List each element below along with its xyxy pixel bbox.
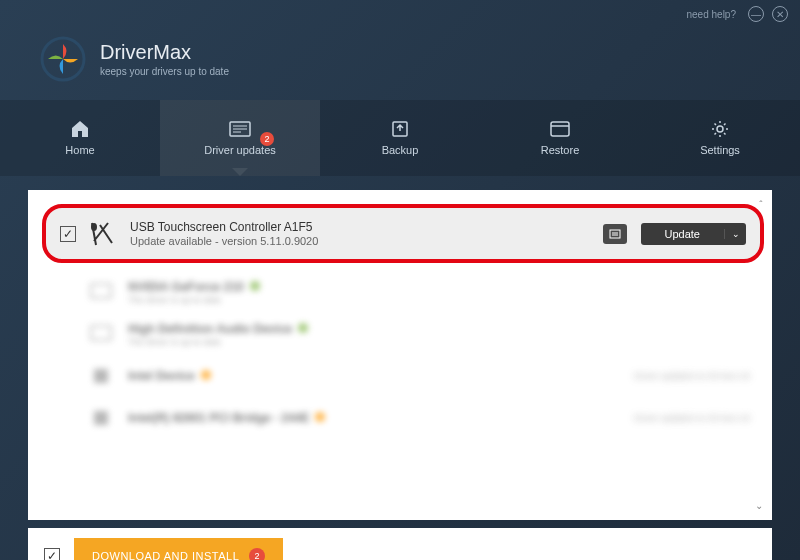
driver-row-blurred: Intel Device Driver updated on 03-Nov-16 bbox=[42, 355, 764, 397]
restore-icon bbox=[549, 120, 571, 138]
titlebar: need help? — ✕ bbox=[0, 0, 800, 28]
close-button[interactable]: ✕ bbox=[772, 6, 788, 22]
touchscreen-icon bbox=[86, 221, 120, 247]
scroll-up-icon[interactable]: ˆ bbox=[756, 200, 766, 210]
driver-row-blurred: High Definition Audio Device The driver … bbox=[42, 313, 764, 355]
update-button-label: Update bbox=[641, 228, 724, 240]
brand-name: DriverMax bbox=[100, 41, 229, 64]
scrollbar[interactable]: ˆ ⌄ bbox=[754, 200, 768, 510]
settings-icon bbox=[709, 120, 731, 138]
nav-home[interactable]: Home bbox=[0, 100, 160, 176]
select-all-checkbox[interactable] bbox=[44, 548, 60, 560]
updates-badge: 2 bbox=[260, 132, 274, 146]
update-button[interactable]: Update ⌄ bbox=[641, 223, 746, 245]
driver-info-button[interactable] bbox=[603, 224, 627, 244]
chip-icon bbox=[84, 405, 118, 431]
navbar: Home Driver updates 2 Backup Restore Set… bbox=[0, 100, 800, 176]
svg-rect-13 bbox=[94, 369, 108, 383]
chip-icon bbox=[84, 363, 118, 389]
driver-info: USB Touchscreen Controller A1F5 Update a… bbox=[130, 220, 593, 247]
nav-driver-updates[interactable]: Driver updates 2 bbox=[160, 100, 320, 176]
svg-rect-14 bbox=[94, 411, 108, 425]
nav-settings[interactable]: Settings bbox=[640, 100, 800, 176]
status-dot-icon bbox=[315, 412, 325, 422]
driver-row-blurred: Intel(R) 82801 PCI Bridge - 244E Driver … bbox=[42, 397, 764, 439]
app-logo-icon bbox=[40, 36, 86, 82]
home-icon bbox=[69, 120, 91, 138]
monitor-icon bbox=[84, 279, 118, 305]
nav-label: Settings bbox=[700, 144, 740, 156]
brand: DriverMax keeps your drivers up to date bbox=[100, 41, 229, 77]
driver-name: USB Touchscreen Controller A1F5 bbox=[130, 220, 593, 234]
updates-icon bbox=[229, 120, 251, 138]
content-area: USB Touchscreen Controller A1F5 Update a… bbox=[28, 190, 772, 520]
nav-backup[interactable]: Backup bbox=[320, 100, 480, 176]
header: DriverMax keeps your drivers up to date bbox=[0, 28, 800, 100]
svg-rect-11 bbox=[91, 284, 111, 298]
svg-rect-8 bbox=[610, 230, 620, 238]
download-install-button[interactable]: DOWNLOAD AND INSTALL 2 bbox=[74, 538, 283, 560]
svg-rect-12 bbox=[91, 326, 111, 340]
status-dot-icon bbox=[201, 370, 211, 380]
driver-checkbox[interactable] bbox=[60, 226, 76, 242]
driver-row-highlighted: USB Touchscreen Controller A1F5 Update a… bbox=[42, 204, 764, 263]
bottom-bar: DOWNLOAD AND INSTALL 2 bbox=[28, 528, 772, 560]
help-link[interactable]: need help? bbox=[687, 9, 737, 20]
nav-restore[interactable]: Restore bbox=[480, 100, 640, 176]
driver-row-blurred: NVIDIA GeForce 210 The driver is up-to-d… bbox=[42, 271, 764, 313]
nav-label: Backup bbox=[382, 144, 419, 156]
minimize-button[interactable]: — bbox=[748, 6, 764, 22]
backup-icon bbox=[389, 120, 411, 138]
svg-point-6 bbox=[717, 126, 723, 132]
status-dot-icon bbox=[298, 323, 308, 333]
nav-label: Restore bbox=[541, 144, 580, 156]
download-badge: 2 bbox=[249, 548, 265, 560]
driver-status: Update available - version 5.11.0.9020 bbox=[130, 235, 593, 247]
download-label: DOWNLOAD AND INSTALL bbox=[92, 550, 239, 560]
brand-tagline: keeps your drivers up to date bbox=[100, 66, 229, 77]
nav-label: Home bbox=[65, 144, 94, 156]
scroll-down-icon[interactable]: ⌄ bbox=[754, 500, 764, 510]
audio-icon bbox=[84, 321, 118, 347]
status-dot-icon bbox=[250, 281, 260, 291]
update-dropdown-icon[interactable]: ⌄ bbox=[724, 229, 746, 239]
